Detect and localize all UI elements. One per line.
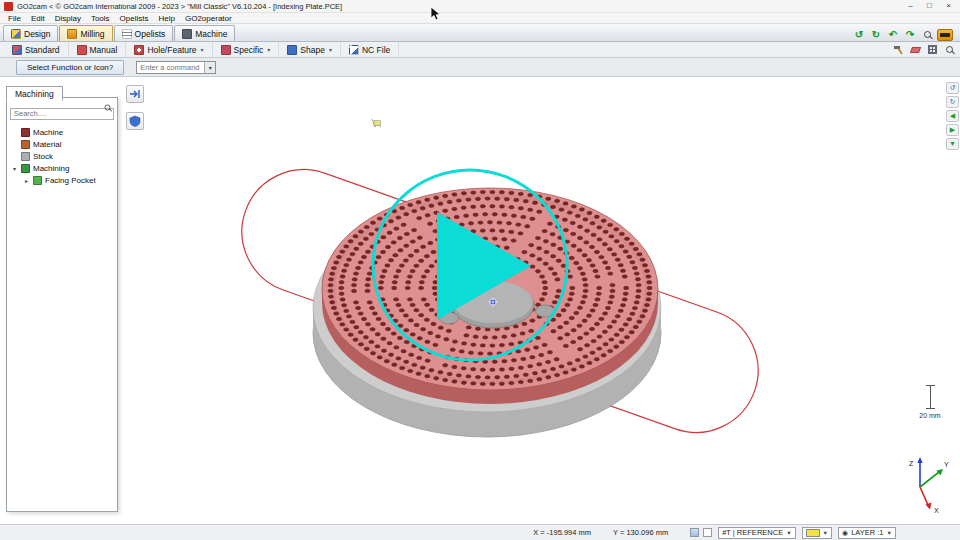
tree-item-stock[interactable]: Stock: [7, 150, 117, 162]
menu-go2operator[interactable]: GO2operator: [180, 14, 237, 23]
tab-machine[interactable]: Machine: [174, 25, 235, 41]
tree-item-facing-pocket[interactable]: ▸ Facing Pocket: [7, 174, 117, 186]
step-forward-icon[interactable]: ▶: [946, 124, 959, 136]
rotate-left-icon[interactable]: ↶: [886, 28, 900, 41]
mini-toolbar: [126, 85, 144, 130]
nc-file-icon: [349, 45, 359, 55]
y-axis-label: Y: [944, 461, 949, 468]
menu-opelists[interactable]: Opelists: [115, 14, 154, 23]
command-input[interactable]: [137, 63, 204, 72]
tab-milling[interactable]: Milling: [59, 25, 112, 41]
tree-label: Stock: [33, 152, 53, 161]
tab-design[interactable]: Design: [3, 25, 58, 41]
tree-item-machining[interactable]: ▾ Machining: [7, 162, 117, 174]
tree-label: Machine: [33, 128, 63, 137]
milling-icon: [67, 29, 77, 39]
menu-bar: File Edit Display Tools Opelists Help GO…: [0, 13, 960, 24]
color-swatch: [806, 529, 820, 537]
command-combo[interactable]: ▾: [136, 61, 216, 74]
eraser-glyph: [909, 47, 920, 53]
material-icon: [21, 140, 30, 149]
operation-flow-button[interactable]: [126, 85, 144, 103]
selection-box-icon[interactable]: [703, 528, 712, 537]
magnifier-glyph: [924, 31, 931, 38]
expand-caret-icon[interactable]: ▸: [23, 177, 30, 184]
step-back-icon[interactable]: ◀: [946, 110, 959, 122]
chevron-down-icon[interactable]: ▾: [204, 62, 215, 73]
tools-icon[interactable]: [891, 43, 905, 56]
tree-item-machine[interactable]: Machine: [7, 126, 117, 138]
color-dropdown[interactable]: ▼: [802, 527, 832, 539]
tree-label: Facing Pocket: [45, 176, 96, 185]
minimize-button[interactable]: –: [901, 0, 920, 12]
magnifier-glyph: [946, 46, 953, 53]
utility-toolbar: [891, 42, 960, 57]
shape-icon: [287, 45, 297, 55]
standard-button[interactable]: Standard: [4, 42, 69, 57]
menu-tools[interactable]: Tools: [86, 14, 115, 23]
redo-icon[interactable]: ↻: [869, 28, 883, 41]
tab-machining-panel[interactable]: Machining: [6, 86, 63, 101]
grid-icon[interactable]: [925, 43, 939, 56]
step-down-icon[interactable]: ▼: [946, 138, 959, 150]
chevron-down-icon: ▼: [823, 530, 828, 536]
tree-label: Machining: [33, 164, 69, 173]
search-input[interactable]: [10, 108, 114, 120]
nc-file-button[interactable]: NC File: [341, 42, 399, 57]
facing-pocket-icon: [33, 176, 42, 185]
tab-milling-label: Milling: [80, 29, 104, 39]
glasses-glyph: [940, 33, 950, 37]
hole-feature-button[interactable]: Hole/Feature ▾: [126, 42, 212, 57]
snap-grid-icon[interactable]: [690, 528, 699, 537]
view-rail: ↺ ↻ ◀ ▶ ▼: [946, 82, 959, 150]
layer-dropdown[interactable]: ◉ LAYER :1 ▼: [838, 527, 896, 539]
menu-edit[interactable]: Edit: [26, 14, 50, 23]
tool-shield-button[interactable]: [126, 112, 144, 130]
search-row: [10, 102, 114, 120]
menu-file[interactable]: File: [3, 14, 26, 23]
chevron-down-icon: ▾: [201, 46, 204, 53]
tab-opelists-label: Opelists: [135, 29, 166, 39]
opelists-icon: [122, 29, 132, 39]
app-icon: [4, 2, 13, 11]
search-icon: [105, 105, 111, 111]
status-y: Y = 130.096 mm: [613, 528, 668, 537]
title-bar: GO2cam < © GO2cam International 2009 - 2…: [0, 0, 960, 13]
grid-glyph: [928, 45, 937, 54]
view-toolbar: ↺ ↻ ↶ ↷: [852, 28, 957, 41]
maximize-button[interactable]: □: [920, 0, 939, 12]
machine-icon: [21, 128, 30, 137]
manual-button[interactable]: Manual: [69, 42, 127, 57]
menu-help[interactable]: Help: [154, 14, 180, 23]
chevron-down-icon: ▾: [329, 46, 332, 53]
standard-icon: [12, 45, 22, 55]
view-next-icon[interactable]: ↻: [946, 96, 959, 108]
zoom-icon[interactable]: [920, 28, 934, 41]
specific-button[interactable]: Specific ▾: [213, 42, 280, 57]
tree-item-material[interactable]: Material: [7, 138, 117, 150]
machining-panel: Machining Machine Material: [6, 83, 118, 512]
close-button[interactable]: ×: [939, 0, 958, 12]
collapse-caret-icon[interactable]: ▾: [11, 165, 18, 172]
rotate-right-icon[interactable]: ↷: [903, 28, 917, 41]
stock-icon: [21, 152, 30, 161]
tree-label: Material: [33, 140, 61, 149]
shield-icon: [129, 115, 141, 127]
chevron-down-icon: ▾: [267, 46, 270, 53]
eraser-icon[interactable]: [908, 43, 922, 56]
machining-icon: [21, 164, 30, 173]
menu-display[interactable]: Display: [50, 14, 86, 23]
tab-opelists[interactable]: Opelists: [114, 25, 174, 41]
view-prev-icon[interactable]: ↺: [946, 82, 959, 94]
machine-tab-icon: [182, 29, 192, 39]
go2operator-icon[interactable]: [937, 29, 953, 41]
magnifier-icon[interactable]: [942, 43, 956, 56]
status-x: X = -195.994 mm: [533, 528, 591, 537]
manual-icon: [77, 45, 87, 55]
undo-icon[interactable]: ↺: [852, 28, 866, 41]
viewport-marker-icon: [372, 119, 381, 127]
reference-dropdown[interactable]: #T | REFERENCE ▼: [718, 527, 795, 539]
shape-button[interactable]: Shape ▾: [279, 42, 341, 57]
hammer-glyph: [893, 44, 904, 55]
viewport-3d[interactable]: [0, 77, 960, 524]
